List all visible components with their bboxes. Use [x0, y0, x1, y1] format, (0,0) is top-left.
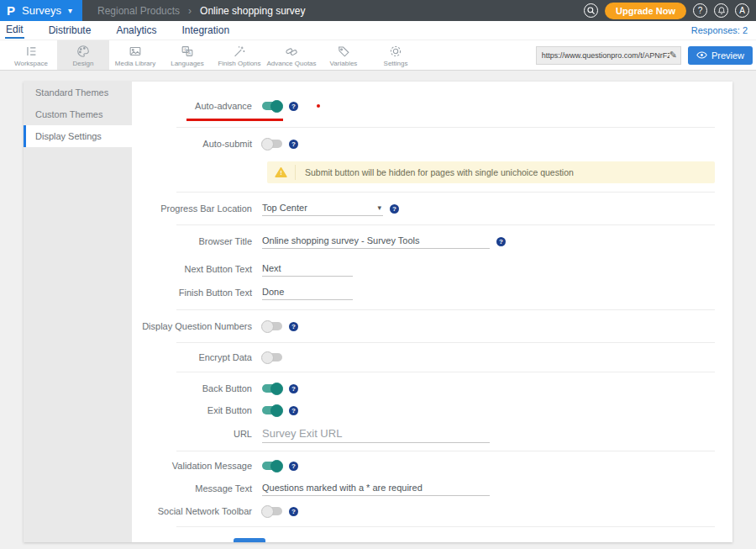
sidebar-item-custom-themes[interactable]: Custom Themes — [24, 103, 132, 125]
back-button-toggle[interactable] — [262, 384, 282, 393]
back-button-row: Back Button ? — [132, 377, 732, 400]
upgrade-now-button[interactable]: Upgrade Now — [605, 3, 686, 19]
auto-submit-row: Auto-submit ? — [132, 128, 732, 160]
breadcrumb-current: Online shopping survey — [200, 5, 305, 17]
exit-button-help-icon[interactable]: ? — [289, 406, 298, 415]
auto-submit-toggle[interactable] — [262, 140, 282, 148]
workspace-icon — [24, 44, 39, 59]
display-question-numbers-label: Display Question Numbers — [132, 321, 252, 331]
toolbar-item-finish-options[interactable]: Finish Options — [213, 40, 265, 70]
exit-button-row: Exit Button ? — [132, 400, 732, 420]
progress-bar-help-icon[interactable]: ? — [390, 204, 399, 214]
auto-submit-label: Auto-submit — [132, 139, 252, 149]
settings-form: Auto-advance ? Auto-submit ? ! Submit bu… — [132, 82, 732, 542]
toolbar-item-settings[interactable]: Settings — [370, 40, 422, 70]
toolbar-item-advance-quotas[interactable]: Advance Quotas — [265, 40, 318, 70]
social-network-toolbar-label: Social Network Toolbar — [132, 506, 252, 516]
message-text-row: Message Text — [132, 478, 732, 499]
surveys-menu[interactable]: P Surveys ▾ — [0, 0, 82, 21]
chevron-down-icon: ▾ — [68, 6, 72, 15]
progress-bar-location-value: Top Center — [262, 203, 307, 213]
languages-icon: 文A — [180, 44, 195, 59]
progress-bar-location-row: Progress Bar Location Top Center ▾ ? — [132, 193, 732, 224]
annotation-red-underline — [186, 119, 283, 121]
advance-quotas-icon — [284, 44, 299, 59]
warning-triangle-icon: ! — [267, 165, 296, 180]
browser-title-help-icon[interactable]: ? — [496, 237, 506, 246]
browser-title-label: Browser Title — [132, 236, 252, 246]
save-area: Save — [234, 538, 732, 542]
divider — [176, 451, 715, 451]
validation-message-toggle[interactable] — [262, 462, 282, 470]
social-network-toolbar-row: Social Network Toolbar ? — [132, 499, 732, 523]
finish-button-text-row: Finish Button Text — [132, 281, 732, 304]
browser-title-row: Browser Title ? — [132, 225, 732, 257]
survey-url-box: ✎ — [536, 46, 681, 65]
survey-url-input[interactable] — [542, 51, 669, 60]
display-question-numbers-help-icon[interactable]: ? — [289, 322, 298, 331]
tab-edit[interactable]: Edit — [5, 23, 24, 39]
social-network-toolbar-help-icon[interactable]: ? — [289, 507, 298, 516]
media-library-icon — [128, 44, 143, 59]
notifications-bell-icon[interactable] — [714, 3, 728, 18]
finish-button-text-input[interactable] — [262, 285, 353, 300]
responses-count[interactable]: Responses: 2 — [691, 25, 748, 35]
validation-message-help-icon[interactable]: ? — [289, 462, 298, 471]
tab-integration[interactable]: Integration — [181, 24, 230, 38]
toolbar-item-design[interactable]: Design — [57, 40, 109, 70]
progress-bar-location-select[interactable]: Top Center ▾ — [262, 201, 383, 216]
questionpro-logo: P — [7, 4, 15, 17]
tab-distribute[interactable]: Distribute — [48, 24, 92, 38]
auto-advance-help-icon[interactable]: ? — [289, 102, 298, 111]
message-text-input[interactable] — [262, 481, 490, 496]
exit-url-label: URL — [132, 429, 252, 439]
auto-advance-row: Auto-advance ? — [132, 85, 732, 127]
product-name: Surveys — [22, 4, 61, 17]
topbar-actions: Upgrade Now ? A — [584, 3, 756, 19]
toolbar-item-media-library[interactable]: Media Library — [109, 40, 161, 70]
tab-analytics[interactable]: Analytics — [115, 24, 157, 38]
divider — [176, 372, 715, 372]
next-button-text-row: Next Button Text — [132, 257, 732, 281]
edit-url-pencil-icon[interactable]: ✎ — [669, 50, 677, 61]
help-menu-icon[interactable]: ? — [693, 3, 707, 18]
sidebar-item-display-settings[interactable]: Display Settings — [24, 125, 132, 147]
toolbar-item-workspace[interactable]: Workspace — [5, 40, 57, 70]
save-button[interactable]: Save — [234, 538, 265, 542]
design-toolbar: Workspace Design Media Library 文A Langua… — [0, 40, 756, 71]
toolbar-item-variables[interactable]: Variables — [318, 40, 370, 70]
search-icon[interactable] — [584, 3, 598, 18]
breadcrumb: Regional Products › Online shopping surv… — [97, 5, 305, 17]
section-nav: Edit Distribute Analytics Integration Re… — [0, 21, 756, 40]
exit-url-row: URL — [132, 420, 732, 447]
toolbar-item-languages[interactable]: 文A Languages — [161, 40, 213, 70]
breadcrumb-separator: › — [188, 5, 192, 17]
validation-message-row: Validation Message ? — [132, 454, 732, 478]
back-button-label: Back Button — [132, 383, 252, 393]
settings-gear-icon — [388, 44, 403, 59]
sidebar-item-standard-themes[interactable]: Standard Themes — [24, 82, 132, 103]
auto-submit-help-icon[interactable]: ? — [289, 140, 298, 149]
avatar[interactable]: A — [735, 3, 749, 18]
breadcrumb-parent[interactable]: Regional Products — [97, 5, 180, 17]
preview-button[interactable]: Preview — [688, 46, 753, 65]
progress-bar-location-label: Progress Bar Location — [132, 203, 252, 214]
display-question-numbers-row: Display Question Numbers ? — [132, 310, 732, 342]
back-button-help-icon[interactable]: ? — [289, 384, 298, 393]
exit-button-toggle[interactable] — [262, 406, 282, 414]
display-settings-panel: Standard Themes Custom Themes Display Se… — [24, 82, 732, 542]
display-question-numbers-toggle[interactable] — [262, 322, 282, 330]
next-button-text-input[interactable] — [262, 261, 353, 277]
encrypt-data-toggle[interactable] — [262, 353, 282, 362]
warning-text: Submit button will be hidden for pages w… — [296, 167, 574, 177]
variables-tag-icon — [336, 44, 351, 59]
divider — [176, 526, 715, 527]
auto-advance-toggle[interactable] — [262, 102, 282, 110]
exit-url-input[interactable] — [262, 425, 490, 443]
validation-message-label: Validation Message — [132, 461, 252, 471]
browser-title-input[interactable] — [262, 234, 490, 249]
social-network-toolbar-toggle[interactable] — [262, 507, 282, 515]
svg-text:文: 文 — [183, 46, 187, 51]
top-bar: P Surveys ▾ Regional Products › Online s… — [0, 0, 756, 21]
toolbar-right: ✎ Preview — [536, 40, 756, 70]
